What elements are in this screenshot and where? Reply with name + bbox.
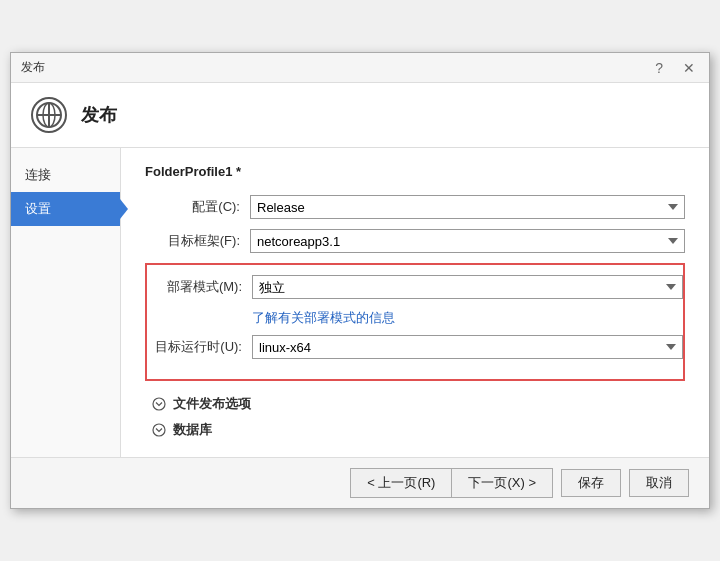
help-button[interactable]: ?: [651, 60, 667, 76]
profile-title: FolderProfile1 *: [145, 164, 685, 179]
dialog-header: 发布: [11, 83, 709, 148]
file-publish-label: 文件发布选项: [173, 395, 251, 413]
database-section[interactable]: 数据库: [145, 415, 685, 441]
framework-select[interactable]: netcoreapp3.1: [250, 229, 685, 253]
save-button[interactable]: 保存: [561, 469, 621, 497]
framework-row: 目标框架(F): netcoreapp3.1: [145, 229, 685, 253]
dialog-footer: < 上一页(R) 下一页(X) > 保存 取消: [11, 457, 709, 508]
sidebar-item-connect[interactable]: 连接: [11, 158, 120, 192]
target-runtime-label: 目标运行时(U):: [147, 338, 252, 356]
sidebar-item-settings[interactable]: 设置: [11, 192, 120, 226]
globe-svg: [35, 101, 63, 129]
database-label: 数据库: [173, 421, 212, 439]
title-bar-left: 发布: [21, 59, 45, 76]
next-button[interactable]: 下一页(X) >: [452, 469, 552, 497]
chevron-down-icon: [152, 397, 166, 411]
svg-point-4: [153, 398, 165, 410]
framework-label: 目标框架(F):: [145, 232, 250, 250]
expand-db-icon: [151, 422, 167, 438]
highlighted-section: 部署模式(M): 独立 框架依赖 了解有关部署模式的信息 目标运行时(U): l…: [145, 263, 685, 381]
deploy-mode-label: 部署模式(M):: [147, 278, 252, 296]
title-bar: 发布 ? ✕: [11, 53, 709, 83]
config-row: 配置(C): Debug Release: [145, 195, 685, 219]
dialog-body: 连接 设置 FolderProfile1 * 配置(C): Debug Rele…: [11, 148, 709, 457]
deploy-mode-row: 部署模式(M): 独立 框架依赖: [147, 275, 683, 299]
chevron-down-db-icon: [152, 423, 166, 437]
close-button[interactable]: ✕: [679, 60, 699, 76]
svg-point-3: [43, 103, 55, 127]
nav-button-group: < 上一页(R) 下一页(X) >: [350, 468, 553, 498]
sidebar: 连接 设置: [11, 148, 121, 457]
title-bar-title: 发布: [21, 59, 45, 76]
globe-icon: [31, 97, 67, 133]
deploy-mode-link-row: 了解有关部署模式的信息: [147, 309, 683, 327]
deploy-mode-link[interactable]: 了解有关部署模式的信息: [252, 309, 395, 327]
config-label: 配置(C):: [145, 198, 250, 216]
expand-file-icon: [151, 396, 167, 412]
prev-button[interactable]: < 上一页(R): [351, 469, 452, 497]
deploy-mode-select[interactable]: 独立 框架依赖: [252, 275, 683, 299]
cancel-button[interactable]: 取消: [629, 469, 689, 497]
publish-dialog: 发布 ? ✕ 发布 连接 设置: [10, 52, 710, 509]
svg-point-0: [37, 103, 61, 127]
svg-point-5: [153, 424, 165, 436]
dialog-title: 发布: [81, 103, 117, 127]
title-bar-right: ? ✕: [651, 60, 699, 76]
file-publish-section[interactable]: 文件发布选项: [145, 389, 685, 415]
target-runtime-row: 目标运行时(U): linux-x64 win-x64 osx-x64: [147, 335, 683, 359]
main-content: FolderProfile1 * 配置(C): Debug Release 目标…: [121, 148, 709, 457]
target-runtime-select[interactable]: linux-x64 win-x64 osx-x64: [252, 335, 683, 359]
config-select[interactable]: Debug Release: [250, 195, 685, 219]
